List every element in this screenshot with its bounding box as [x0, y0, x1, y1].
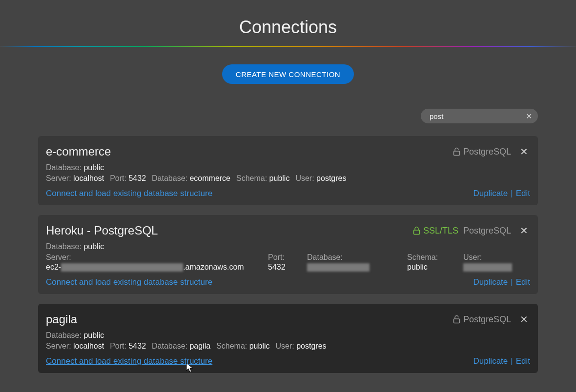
connect-link[interactable]: Connect and load existing database struc…: [46, 189, 212, 198]
separator: |: [511, 356, 513, 366]
edit-link[interactable]: Edit: [516, 356, 530, 366]
duplicate-link[interactable]: Duplicate: [473, 189, 508, 198]
database-line: Database: public: [46, 242, 530, 251]
lock-open-icon: [453, 315, 460, 324]
connection-name: pagila: [46, 313, 453, 326]
duplicate-link[interactable]: Duplicate: [473, 277, 508, 287]
delete-connection-icon[interactable]: ✕: [518, 314, 530, 325]
engine-tag: PostgreSQL: [453, 147, 511, 157]
connection-details: Server: localhost Port: 5432 Database: e…: [46, 174, 530, 183]
svg-rect-1: [413, 230, 419, 235]
connection-card[interactable]: Heroku - PostgreSQL SSL/TLS PostgreSQL ✕…: [38, 215, 538, 294]
svg-rect-2: [453, 319, 459, 323]
delete-connection-icon[interactable]: ✕: [518, 146, 530, 157]
search-field: ✕: [421, 109, 538, 123]
separator: |: [511, 277, 513, 287]
lock-icon: [413, 226, 420, 235]
clear-search-icon[interactable]: ✕: [524, 110, 534, 123]
connection-card[interactable]: e-commerce PostgreSQL ✕ Database: public…: [38, 136, 538, 205]
ssl-tag: SSL/TLS: [413, 226, 458, 236]
separator: |: [511, 189, 513, 198]
connection-name: e-commerce: [46, 145, 453, 158]
search-input[interactable]: [421, 112, 538, 120]
connections-list: e-commerce PostgreSQL ✕ Database: public…: [38, 136, 538, 373]
delete-connection-icon[interactable]: ✕: [518, 225, 530, 236]
engine-tag: PostgreSQL: [463, 226, 511, 236]
edit-link[interactable]: Edit: [516, 189, 530, 198]
connect-link[interactable]: Connect and load existing database struc…: [46, 277, 212, 287]
page-title: Connections: [0, 0, 576, 46]
lock-open-icon: [453, 147, 460, 156]
duplicate-link[interactable]: Duplicate: [473, 356, 508, 366]
connect-link[interactable]: Connect and load existing database struc…: [46, 356, 212, 366]
database-line: Database: public: [46, 163, 530, 172]
engine-tag: PostgreSQL: [453, 314, 511, 325]
edit-link[interactable]: Edit: [516, 277, 530, 287]
svg-rect-0: [453, 151, 459, 156]
connection-name: Heroku - PostgreSQL: [46, 224, 413, 237]
create-connection-button[interactable]: CREATE NEW CONNECTION: [222, 64, 354, 84]
connection-details: Server: localhost Port: 5432 Database: p…: [46, 342, 530, 351]
database-line: Database: public: [46, 331, 530, 340]
header-divider: [0, 46, 576, 47]
connection-details: Server: Port: Database: Schema: User: ec…: [46, 253, 530, 272]
connection-card[interactable]: pagila PostgreSQL ✕ Database: public Ser…: [38, 304, 538, 373]
